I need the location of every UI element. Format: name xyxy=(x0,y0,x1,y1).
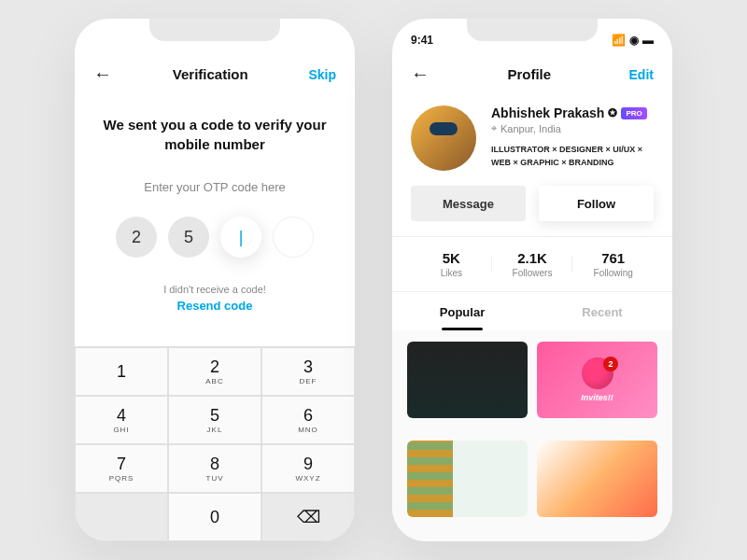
otp-digit-3[interactable]: | xyxy=(220,217,261,258)
key-1[interactable]: 1 xyxy=(75,347,168,396)
verification-body: We sent you a code to verify your mobile… xyxy=(75,96,355,322)
resend-code-button[interactable]: Resend code xyxy=(103,299,327,313)
avatar[interactable] xyxy=(411,105,476,171)
profile-screen: 9:41 📶 ◉ ▬ ← Profile Edit Abhishek Praka… xyxy=(392,19,672,541)
signal-icon: 📶 xyxy=(612,34,626,47)
invites-text: Invites!! xyxy=(581,393,613,402)
location-row: ⌖ Kanpur, India xyxy=(491,122,654,134)
battery-icon: ▬ xyxy=(642,34,654,47)
key-8[interactable]: 8TUV xyxy=(168,444,261,493)
key-2[interactable]: 2ABC xyxy=(168,347,261,396)
key-9[interactable]: 9WXYZ xyxy=(261,444,355,493)
profile-info-section: Abhishek Prakash ✪ PRO ⌖ Kanpur, India I… xyxy=(392,96,672,186)
profile-name: Abhishek Prakash xyxy=(491,105,604,120)
key-3[interactable]: 3DEF xyxy=(261,347,355,396)
otp-placeholder: Enter your OTP code here xyxy=(103,180,327,194)
verified-icon: ✪ xyxy=(608,106,617,119)
key-5[interactable]: 5JKL xyxy=(168,396,261,444)
gallery-item[interactable] xyxy=(407,441,528,517)
status-icons: 📶 ◉ ▬ xyxy=(612,34,654,47)
device-notch xyxy=(149,19,280,41)
key-4[interactable]: 4GHI xyxy=(75,396,168,444)
stat-following[interactable]: 761 Following xyxy=(572,250,654,278)
wifi-icon: ◉ xyxy=(629,34,639,47)
status-time: 9:41 xyxy=(411,34,433,47)
location-icon: ⌖ xyxy=(491,122,497,134)
device-notch xyxy=(467,19,598,41)
gallery-grid: 2 Invites!! xyxy=(392,330,672,541)
location-text: Kanpur, India xyxy=(500,123,561,134)
verification-header: ← Verification Skip xyxy=(75,52,355,96)
profile-details: Abhishek Prakash ✪ PRO ⌖ Kanpur, India I… xyxy=(491,105,654,171)
page-title: Profile xyxy=(507,66,551,82)
back-icon[interactable]: ← xyxy=(93,63,112,85)
otp-digit-4[interactable] xyxy=(273,217,314,258)
pro-badge: PRO xyxy=(621,107,646,119)
key-backspace[interactable]: ⌫ xyxy=(261,493,355,541)
gallery-item[interactable] xyxy=(407,342,528,418)
key-0[interactable]: 0 xyxy=(168,493,261,541)
edit-button[interactable]: Edit xyxy=(629,67,654,82)
profile-actions: Message Follow xyxy=(392,186,672,236)
page-title: Verification xyxy=(173,66,248,82)
key-7[interactable]: 7PQRS xyxy=(75,444,168,493)
key-blank xyxy=(75,493,168,541)
no-code-text: I didn't receive a code! xyxy=(103,284,327,295)
stat-followers[interactable]: 2.1K Followers xyxy=(492,250,573,278)
skip-button[interactable]: Skip xyxy=(308,67,336,82)
invites-count: 2 xyxy=(603,357,618,371)
tab-recent[interactable]: Recent xyxy=(532,292,672,330)
back-icon[interactable]: ← xyxy=(411,63,430,85)
gallery-item[interactable]: 2 Invites!! xyxy=(537,342,657,418)
stat-likes[interactable]: 5K Likes xyxy=(411,250,492,278)
otp-digit-1[interactable]: 2 xyxy=(116,217,157,258)
gallery-item[interactable] xyxy=(537,441,657,517)
profile-name-row: Abhishek Prakash ✪ PRO xyxy=(491,105,654,120)
profile-header: ← Profile Edit xyxy=(392,52,672,96)
gallery-tabs: Popular Recent xyxy=(392,292,672,330)
verification-heading: We sent you a code to verify your mobile… xyxy=(103,115,327,154)
message-button[interactable]: Message xyxy=(411,186,526,221)
profile-tags: ILLUSTRATOR × DESIGNER × UI/UX × WEB × G… xyxy=(491,144,654,169)
stats-row: 5K Likes 2.1K Followers 761 Following xyxy=(392,236,672,292)
numeric-keypad: 1 2ABC 3DEF 4GHI 5JKL 6MNO 7PQRS 8TUV 9W… xyxy=(75,346,355,541)
verification-screen: ← Verification Skip We sent you a code t… xyxy=(75,19,355,541)
follow-button[interactable]: Follow xyxy=(539,186,654,221)
key-6[interactable]: 6MNO xyxy=(261,396,355,444)
tab-popular[interactable]: Popular xyxy=(392,292,532,330)
otp-input-row: 2 5 | xyxy=(103,217,327,258)
otp-digit-2[interactable]: 5 xyxy=(168,217,209,258)
